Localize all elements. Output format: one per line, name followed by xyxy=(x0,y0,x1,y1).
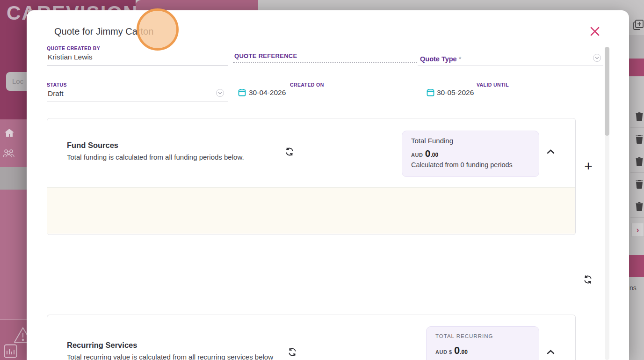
total-recurring-amount: AUD $ 0.00 xyxy=(435,345,468,357)
total-funding-title: Total Funding xyxy=(411,137,453,145)
created-by-underline xyxy=(47,65,228,66)
fund-sources-subtitle: Total funding is calculated from all fun… xyxy=(67,153,244,161)
quote-reference-field[interactable] xyxy=(233,62,417,63)
delete-icon[interactable] xyxy=(634,179,644,191)
delete-icon[interactable] xyxy=(634,156,644,169)
bar-chart-icon[interactable] xyxy=(4,344,17,360)
total-funding-amount: AUD 0.00 xyxy=(411,148,438,159)
collapse-chevron-up-icon[interactable] xyxy=(547,147,555,156)
status-value[interactable]: Draft xyxy=(48,89,64,98)
delete-icon[interactable] xyxy=(634,134,644,146)
currency-label: AUD $ xyxy=(435,349,452,355)
created-on-label: CREATED ON xyxy=(290,82,324,88)
table-row-divider xyxy=(630,150,644,150)
close-icon[interactable] xyxy=(589,25,601,37)
total-funding-summary[interactable]: Total Funding AUD 0.00 Calculated from 0… xyxy=(402,131,539,177)
fund-sources-title: Fund Sources xyxy=(67,141,118,150)
refresh-icon[interactable] xyxy=(583,274,593,287)
people-icon[interactable] xyxy=(2,147,15,161)
recurring-services-card: Recurring Services Total recurring value… xyxy=(47,315,576,360)
amount-cents: .00 xyxy=(430,152,438,158)
refresh-icon[interactable] xyxy=(288,347,297,359)
created-by-value[interactable]: Kristian Lewis xyxy=(48,53,93,61)
status-label: STATUS xyxy=(47,82,67,88)
background-accent-band-top xyxy=(629,59,644,76)
valid-until-value[interactable]: 30-05-2026 xyxy=(437,88,474,97)
table-row-divider xyxy=(630,127,644,128)
recurring-title: Recurring Services xyxy=(67,341,137,350)
pagination-next-button[interactable]: › xyxy=(631,223,644,237)
amount-cents: .00 xyxy=(460,349,468,355)
table-row-divider xyxy=(630,172,644,173)
sidebar-item-selected[interactable] xyxy=(0,167,28,190)
calendar-icon[interactable] xyxy=(238,88,246,98)
add-window-icon[interactable] xyxy=(632,19,644,33)
status-dropdown-icon[interactable] xyxy=(216,89,224,97)
currency-label: AUD xyxy=(411,152,423,158)
delete-icon[interactable] xyxy=(634,201,644,213)
total-recurring-title: TOTAL RECURRING xyxy=(435,333,493,339)
table-header-fragment: ns xyxy=(630,284,637,292)
total-recurring-summary[interactable]: TOTAL RECURRING AUD $ 0.00 xyxy=(426,326,539,360)
created-on-underline xyxy=(234,99,411,99)
recurring-subtitle: Total recurring value is calculated from… xyxy=(67,353,273,360)
refresh-icon[interactable] xyxy=(285,147,294,159)
funding-periods-empty-area xyxy=(47,187,575,234)
calendar-icon[interactable] xyxy=(427,88,434,98)
modal-scrollbar-thumb[interactable] xyxy=(605,47,609,136)
fund-sources-card: Fund Sources Total funding is calculated… xyxy=(47,118,576,235)
quote-type-underline xyxy=(418,65,603,66)
amount-whole: 0 xyxy=(425,148,431,159)
required-mark: * xyxy=(459,55,462,63)
table-row-divider xyxy=(630,195,644,195)
add-fund-source-button[interactable]: + xyxy=(582,158,594,174)
valid-until-underline xyxy=(421,99,603,99)
quote-reference-label: QUOTE REFERENCE xyxy=(234,52,297,59)
total-funding-note: Calculated from 0 funding periods xyxy=(411,161,513,169)
background-toolbar-band xyxy=(629,35,644,59)
created-by-label: QUOTE CREATED BY xyxy=(47,45,100,51)
background-accent-band-bottom xyxy=(629,255,644,277)
status-underline xyxy=(47,102,228,102)
click-highlight-circle xyxy=(137,8,179,51)
created-on-value[interactable]: 30-04-2026 xyxy=(249,88,286,97)
valid-until-label: VALID UNTIL xyxy=(477,82,509,88)
amount-whole: 0 xyxy=(454,345,460,356)
home-icon[interactable] xyxy=(4,127,15,140)
quote-type-dropdown-icon[interactable] xyxy=(593,54,601,62)
collapse-chevron-up-icon[interactable] xyxy=(547,348,555,356)
quote-modal: Quote for Jimmy Carton QUOTE CREATED BY … xyxy=(27,10,629,360)
quote-type-label: Quote Type * xyxy=(420,55,461,63)
table-row-divider xyxy=(630,217,644,218)
delete-icon[interactable] xyxy=(634,111,644,124)
